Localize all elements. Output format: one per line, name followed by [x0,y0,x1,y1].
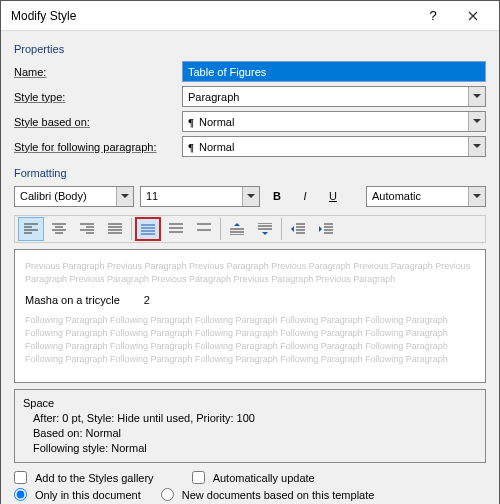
section-formatting: Formatting [14,167,486,179]
following-label: Style for following paragraph: [14,141,176,153]
font-combo[interactable]: Calibri (Body) [14,186,134,207]
spacing-2-icon [197,223,211,235]
based-on-label: Style based on: [14,116,176,128]
preview-box: Previous Paragraph Previous Paragraph Pr… [14,249,486,383]
dialog-title: Modify Style [7,9,413,23]
align-justify-icon [108,223,122,235]
chevron-down-icon [468,187,485,206]
preview-sample: Masha on a tricycle2 [25,294,475,306]
only-document-radio[interactable] [14,488,27,501]
paragraph-toolbar [14,215,486,243]
align-center-button[interactable] [46,217,72,241]
close-button[interactable] [453,2,493,30]
underline-button[interactable]: U [322,185,344,207]
style-type-combo[interactable]: Paragraph [182,86,486,107]
line-spacing-15-button[interactable] [163,217,189,241]
style-type-label: Style type: [14,91,176,103]
align-right-button[interactable] [74,217,100,241]
increase-indent-button[interactable] [313,217,339,241]
only-document-label[interactable]: Only in this document [35,489,141,501]
decrease-indent-icon [291,223,305,235]
space-before-inc-icon [230,223,244,235]
chevron-down-icon [242,187,259,206]
line-spacing-1-button[interactable] [135,217,161,241]
spacing-1-icon [141,223,155,235]
align-center-icon [52,223,66,235]
add-gallery-label[interactable]: Add to the Styles gallery [35,472,154,484]
title-bar: Modify Style ? [1,1,499,31]
separator [131,218,132,240]
font-toolbar: Calibri (Body) 11 B I U Automatic [14,185,486,207]
separator [281,218,282,240]
name-input[interactable] [182,61,486,82]
space-before-dec-icon [258,223,272,235]
font-color-combo[interactable]: Automatic [366,186,486,207]
line-spacing-2-button[interactable] [191,217,217,241]
modify-style-dialog: Modify Style ? Properties Name: Style ty… [0,0,500,504]
add-gallery-checkbox[interactable] [14,471,27,484]
chevron-down-icon [468,112,485,131]
chevron-down-icon [468,137,485,156]
auto-update-label[interactable]: Automatically update [213,472,315,484]
align-left-button[interactable] [18,217,44,241]
space-before-dec-button[interactable] [252,217,278,241]
decrease-indent-button[interactable] [285,217,311,241]
size-combo[interactable]: 11 [140,186,260,207]
chevron-down-icon [468,87,485,106]
separator [220,218,221,240]
pilcrow-icon: ¶ [188,141,194,153]
description-box: Space After: 0 pt, Style: Hide until use… [14,389,486,463]
spacing-15-icon [169,223,183,235]
new-docs-label[interactable]: New documents based on this template [182,489,375,501]
following-combo[interactable]: ¶Normal [182,136,486,157]
section-properties: Properties [14,43,486,55]
align-justify-button[interactable] [102,217,128,241]
align-left-icon [24,223,38,235]
bold-button[interactable]: B [266,185,288,207]
name-label: Name: [14,66,176,78]
new-docs-radio[interactable] [161,488,174,501]
based-on-combo[interactable]: ¶Normal [182,111,486,132]
chevron-down-icon [116,187,133,206]
increase-indent-icon [319,223,333,235]
auto-update-checkbox[interactable] [192,471,205,484]
italic-button[interactable]: I [294,185,316,207]
space-before-inc-button[interactable] [224,217,250,241]
pilcrow-icon: ¶ [188,116,194,128]
help-button[interactable]: ? [413,2,453,30]
close-icon [468,11,478,21]
align-right-icon [80,223,94,235]
